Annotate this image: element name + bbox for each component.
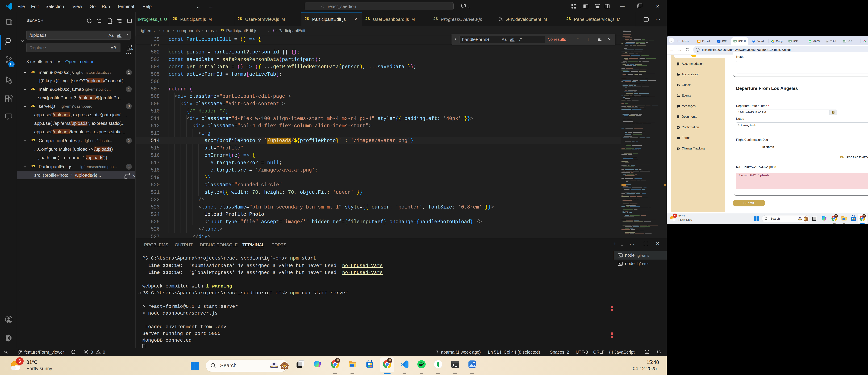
svg-text:ab: ab [130, 48, 133, 51]
